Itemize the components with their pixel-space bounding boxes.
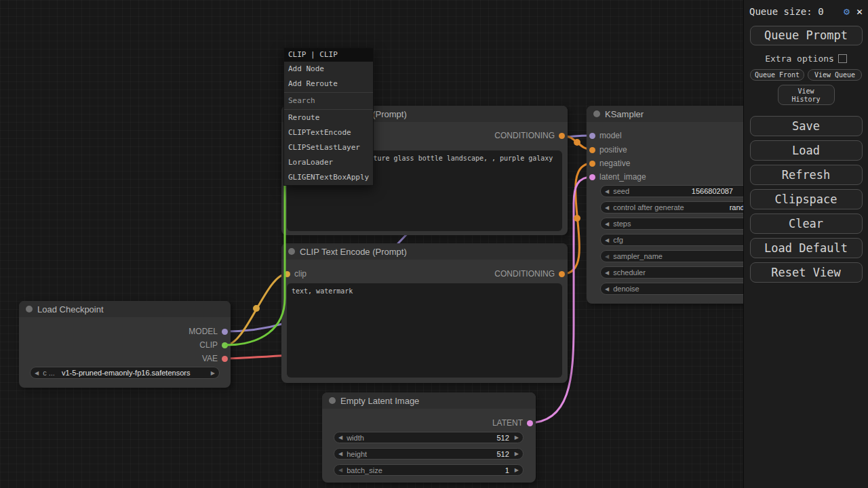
vae-slot-dot[interactable] <box>222 356 228 362</box>
close-icon[interactable]: ✕ <box>856 5 863 18</box>
collapse-dot-icon[interactable] <box>288 248 295 255</box>
slot-label: model <box>599 131 622 140</box>
node-empty-latent-image[interactable]: Empty Latent Image LATENT ◀ width 512 ▶ … <box>322 392 536 483</box>
increment-icon[interactable]: ▶ <box>515 434 519 441</box>
clipspace-button[interactable]: Clipspace <box>750 189 863 209</box>
menu-item-cliptextencode[interactable]: CLIPTextEncode <box>284 125 373 140</box>
widget-name: scheduler <box>613 268 646 277</box>
link-dot-clip[interactable] <box>253 305 260 312</box>
collapse-dot-icon[interactable] <box>329 397 336 404</box>
menu-item-clipsetlastlayer[interactable]: CLIPSetLastLayer <box>284 140 373 155</box>
slot-label: latent_image <box>599 172 646 182</box>
decrement-icon[interactable]: ◀ <box>338 434 342 441</box>
node-title-label: Empty Latent Image <box>340 396 419 406</box>
widget-name: cfg <box>613 236 623 244</box>
menu-search-input[interactable]: Search <box>284 94 373 108</box>
node-title-label: Load Checkpoint <box>37 304 104 314</box>
node-title-bar[interactable]: CLIP Text Encode (Prompt) <box>281 243 568 260</box>
node-title-label: KSampler <box>605 109 644 119</box>
widget-name: sampler_name <box>613 252 663 260</box>
decrement-icon[interactable]: ◀ <box>605 188 609 195</box>
decrement-icon[interactable]: ◀ <box>605 270 609 276</box>
prompt-textarea[interactable]: text, watermark <box>287 283 562 378</box>
widget-name: height <box>347 450 367 458</box>
decrement-icon[interactable]: ◀ <box>605 253 609 260</box>
conditioning-slot-dot[interactable] <box>559 271 565 277</box>
context-menu-title: CLIP | CLIP <box>284 48 373 62</box>
model-slot-dot[interactable] <box>222 329 228 335</box>
increment-icon[interactable]: ▶ <box>515 451 519 457</box>
node-title-bar[interactable]: Empty Latent Image <box>322 392 536 409</box>
decrement-icon[interactable]: ◀ <box>605 205 609 211</box>
clip-slot-dot[interactable] <box>284 271 290 277</box>
queue-front-button[interactable]: Queue Front <box>750 69 804 81</box>
menu-separator <box>284 92 373 93</box>
extra-options-checkbox[interactable] <box>838 54 847 63</box>
reset-view-button[interactable]: Reset View <box>750 262 863 283</box>
output-slot-clip[interactable]: CLIP <box>199 338 228 352</box>
widget-name: width <box>347 434 364 442</box>
output-slot-vae[interactable]: VAE <box>202 352 228 365</box>
decrement-icon[interactable]: ◀ <box>605 221 609 227</box>
view-history-button[interactable]: View History <box>778 85 835 105</box>
input-slot-positive[interactable]: positive <box>589 143 627 157</box>
increment-icon[interactable]: ▶ <box>515 467 519 473</box>
save-button[interactable]: Save <box>750 116 863 136</box>
menu-item-gligentextboxapply[interactable]: GLIGENTextBoxApply <box>284 170 373 185</box>
link-dot-conditioning-negative[interactable] <box>574 215 580 222</box>
clip-slot-dot[interactable] <box>222 342 228 348</box>
slot-label: CONDITIONING <box>494 269 555 279</box>
latent-slot-dot[interactable] <box>527 420 533 426</box>
wire-clip-to-negative-encoder <box>226 274 287 345</box>
node-clip-text-encode-negative[interactable]: CLIP Text Encode (Prompt) clip CONDITION… <box>281 243 568 383</box>
widget-name: denoise <box>613 285 639 293</box>
conditioning-slot-dot[interactable] <box>589 161 595 167</box>
menu-item-add-reroute[interactable]: Add Reroute <box>284 77 373 92</box>
height-widget[interactable]: ◀ height 512 ▶ <box>334 448 524 460</box>
width-widget[interactable]: ◀ width 512 ▶ <box>334 432 524 443</box>
menu-item-loraloader[interactable]: LoraLoader <box>284 155 373 170</box>
node-load-checkpoint[interactable]: Load Checkpoint MODEL CLIP VAE ◀ c ... v… <box>19 301 231 388</box>
queue-size-label: Queue size: 0 <box>749 6 824 17</box>
queue-prompt-button[interactable]: Queue Prompt <box>750 26 863 45</box>
conditioning-slot-dot[interactable] <box>559 133 565 139</box>
comfy-menu-panel: Queue size: 0 ⚙ ✕ Queue Prompt Extra opt… <box>743 0 868 488</box>
ckpt-name-combo[interactable]: ◀ c ... v1-5-pruned-emaonly-fp16.safeten… <box>30 367 220 379</box>
widget-name: seed <box>613 187 629 195</box>
decrement-icon[interactable]: ◀ <box>338 467 342 473</box>
load-default-button[interactable]: Load Default <box>750 238 863 258</box>
input-slot-model[interactable]: model <box>589 129 622 142</box>
output-slot-latent[interactable]: LATENT <box>492 416 533 430</box>
graph-canvas[interactable]: Load Checkpoint MODEL CLIP VAE ◀ c ... v… <box>0 0 868 488</box>
context-menu: CLIP | CLIP Add Node Add Reroute Search … <box>283 47 374 186</box>
output-slot-conditioning[interactable]: CONDITIONING <box>494 129 565 142</box>
input-slot-clip[interactable]: clip <box>284 267 307 281</box>
collapse-dot-icon[interactable] <box>26 306 33 312</box>
slot-label: MODEL <box>189 327 218 336</box>
conditioning-slot-dot[interactable] <box>589 147 595 153</box>
model-slot-dot[interactable] <box>589 133 595 139</box>
view-queue-button[interactable]: View Queue <box>808 69 862 81</box>
node-title-bar[interactable]: Load Checkpoint <box>19 301 231 317</box>
menu-item-reroute[interactable]: Reroute <box>284 110 373 125</box>
collapse-dot-icon[interactable] <box>593 110 600 117</box>
clear-button[interactable]: Clear <box>750 214 863 234</box>
combo-prev-icon[interactable]: ◀ <box>35 370 39 376</box>
output-slot-conditioning[interactable]: CONDITIONING <box>494 267 565 281</box>
decrement-icon[interactable]: ◀ <box>338 451 342 457</box>
batch-size-widget[interactable]: ◀ batch_size 1 ▶ <box>334 464 524 476</box>
decrement-icon[interactable]: ◀ <box>605 286 609 292</box>
widget-value: 512 <box>496 450 509 458</box>
menu-item-add-node[interactable]: Add Node <box>284 62 373 77</box>
widget-name: steps <box>613 220 631 228</box>
output-slot-model[interactable]: MODEL <box>189 325 228 338</box>
combo-next-icon[interactable]: ▶ <box>211 370 215 376</box>
input-slot-latent-image[interactable]: latent_image <box>589 170 646 184</box>
latent-slot-dot[interactable] <box>589 174 595 180</box>
refresh-button[interactable]: Refresh <box>750 165 863 185</box>
link-dot-conditioning-positive[interactable] <box>574 139 580 146</box>
settings-gear-icon[interactable]: ⚙ <box>844 5 850 18</box>
load-button[interactable]: Load <box>750 140 863 161</box>
input-slot-negative[interactable]: negative <box>589 157 630 170</box>
decrement-icon[interactable]: ◀ <box>605 237 609 243</box>
